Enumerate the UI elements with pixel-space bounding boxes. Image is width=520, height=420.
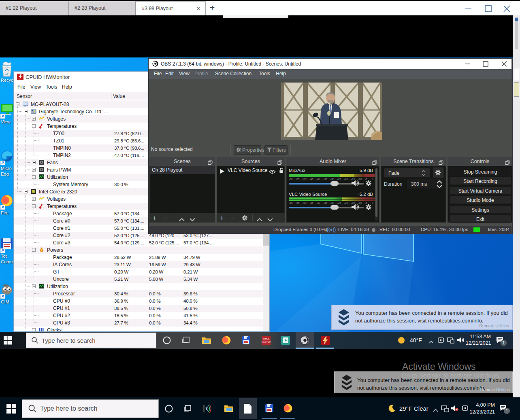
duration-spinner[interactable]: 300 ms bbox=[407, 179, 444, 189]
volume-handle[interactable] bbox=[330, 205, 339, 210]
weather-sun-icon[interactable] bbox=[398, 337, 405, 346]
obs-menu-scene-collection[interactable]: Scene Collection bbox=[215, 71, 251, 76]
taskbar-app-audiowave[interactable] bbox=[202, 404, 211, 415]
hwm-row[interactable]: GT0.20 W0.20 W0.21 W bbox=[14, 268, 263, 276]
transition-select[interactable]: Fade bbox=[384, 168, 430, 178]
obs-window-controls[interactable] bbox=[463, 60, 511, 68]
controls-start-recording-button[interactable]: Start Recording bbox=[450, 177, 511, 185]
new-tab-button[interactable]: + bbox=[210, 3, 220, 13]
tray-chevron-icon[interactable] bbox=[428, 338, 434, 346]
collapse-icon[interactable] bbox=[32, 204, 36, 208]
hwm-row[interactable]: CPU #327.7 %0.0 %34.4 % bbox=[14, 319, 263, 327]
obs-menu-help[interactable]: Help bbox=[276, 71, 286, 76]
volume-handle[interactable] bbox=[330, 181, 339, 186]
desktop-icon-firefox[interactable]: Fire bbox=[0, 193, 13, 232]
add-source-icon[interactable]: + bbox=[220, 214, 224, 222]
desktop-icon-view-shortcut[interactable]: View bbox=[0, 102, 13, 141]
tray-network-icon[interactable] bbox=[447, 337, 454, 345]
taskbar-app-firefox[interactable] bbox=[283, 403, 293, 415]
remote-search-box[interactable]: Type here to search bbox=[26, 333, 156, 348]
hwm-row[interactable]: Powers bbox=[14, 246, 263, 254]
desktop-icon-microsoft-edge[interactable]: MicroEdg bbox=[0, 149, 13, 188]
properties-button[interactable]: Properties bbox=[234, 145, 261, 155]
source-props-gear-icon[interactable] bbox=[242, 215, 248, 223]
source-up-icon[interactable] bbox=[256, 216, 263, 223]
lock-icon[interactable] bbox=[279, 168, 284, 175]
hwm-menu-help[interactable]: Help bbox=[62, 84, 72, 90]
obs-dock-header-transitions[interactable]: Scene Transitions bbox=[381, 157, 446, 166]
taskbar-app-taskview[interactable] bbox=[183, 405, 192, 414]
host-search-box[interactable]: Type here to search bbox=[22, 399, 159, 418]
collapse-icon[interactable] bbox=[24, 190, 28, 193]
obs-dock-header-sources[interactable]: Sources bbox=[217, 157, 285, 166]
host-tray-remote-icon[interactable] bbox=[462, 405, 469, 413]
hwm-menu-view[interactable]: View bbox=[30, 84, 41, 90]
browser-tab-1[interactable]: #1 22 Playout bbox=[0, 1, 69, 15]
taskbar-app-cortana[interactable] bbox=[162, 336, 171, 346]
hwm-row[interactable]: Utilization bbox=[14, 283, 263, 290]
start-button[interactable] bbox=[4, 336, 12, 346]
desktop-icon-gimp[interactable]: GIM bbox=[0, 282, 13, 321]
collapse-icon[interactable] bbox=[32, 328, 36, 332]
collapse-icon[interactable] bbox=[32, 175, 36, 179]
tab-close-icon[interactable]: ✕ bbox=[196, 2, 200, 16]
taskbar-app-cortana[interactable] bbox=[164, 404, 173, 415]
hwm-row[interactable]: Processor30.4 %0.0 %39.6 % bbox=[14, 290, 263, 297]
hwm-row[interactable]: IA Cores23.11 W16.59 W29.43 W bbox=[14, 261, 263, 268]
hwm-row[interactable]: Uncore5.21 W5.08 W5.34 W bbox=[14, 276, 263, 283]
transition-gear-button[interactable] bbox=[433, 167, 444, 178]
obs-menu-tools[interactable]: Tools bbox=[259, 71, 270, 76]
hwm-column-sensor[interactable]: Sensor bbox=[17, 93, 32, 99]
host-tray-network-icon[interactable] bbox=[441, 405, 449, 414]
collapse-icon[interactable] bbox=[24, 110, 28, 113]
host-tray-clock[interactable]: 4:00 PM12/23/2021 bbox=[469, 402, 495, 416]
obs-dock-header-scenes[interactable]: Scenes bbox=[149, 157, 215, 166]
obs-dock-header-mixer[interactable]: Audio Mixer bbox=[286, 157, 379, 166]
mixer-speaker-icon[interactable] bbox=[352, 204, 360, 212]
controls-settings-button[interactable]: Settings bbox=[450, 206, 511, 214]
hwm-row[interactable]: CPU #218.5 %0.0 %41.5 % bbox=[14, 312, 263, 319]
browser-tab-2[interactable]: #2 28 Playout bbox=[69, 1, 136, 15]
hwm-menu-file[interactable]: File bbox=[17, 84, 25, 90]
source-item-label[interactable]: VLC Video Source bbox=[228, 168, 268, 173]
taskbar-app-voicemeeter[interactable]: VOICEMEETER bbox=[262, 336, 271, 346]
mixer-scrollbar-thumb[interactable] bbox=[375, 168, 377, 217]
eye-icon[interactable] bbox=[269, 168, 276, 176]
controls-studio-mode-button[interactable]: Studio Mode bbox=[450, 196, 511, 204]
browser-tab-3[interactable]: #3 98 Playout✕ bbox=[136, 1, 206, 15]
tray-clock[interactable]: 11:53 AM12/21/2021 bbox=[466, 333, 491, 346]
host-tray-speaker-muted-icon[interactable] bbox=[451, 405, 459, 413]
hwm-row[interactable]: CPU #036.9 %0.0 %40.0 % bbox=[14, 297, 263, 305]
controls-exit-button[interactable]: Exit bbox=[450, 215, 511, 223]
hwm-column-value[interactable]: Value bbox=[113, 93, 125, 99]
obs-menu-profile[interactable]: Profile bbox=[194, 71, 208, 76]
host-scrollbar[interactable] bbox=[513, 15, 520, 397]
expand-icon[interactable] bbox=[32, 197, 36, 201]
mixer-speaker-icon[interactable] bbox=[352, 180, 360, 188]
obs-dock-header-controls[interactable]: Controls bbox=[448, 157, 512, 166]
host-window-controls[interactable] bbox=[462, 4, 514, 13]
scene-item[interactable]: Ch 28 Playout bbox=[150, 166, 215, 174]
taskbar-app-floppy[interactable] bbox=[242, 336, 251, 346]
obs-menu-edit[interactable]: Edit bbox=[165, 71, 174, 76]
taskbar-app-taskview[interactable] bbox=[182, 336, 191, 346]
remove-source-icon[interactable]: − bbox=[230, 214, 234, 222]
add-scene-icon[interactable]: + bbox=[153, 214, 156, 222]
spinner-arrows-icon[interactable] bbox=[436, 180, 443, 193]
host-tray-chevron-icon[interactable] bbox=[433, 407, 439, 414]
host-scrollbar-thumb[interactable] bbox=[515, 17, 518, 49]
remove-scene-icon[interactable]: − bbox=[163, 214, 167, 222]
controls-start-virtual-camera-button[interactable]: Start Virtual Camera bbox=[450, 187, 511, 195]
expand-icon[interactable] bbox=[32, 161, 36, 164]
collapse-icon[interactable] bbox=[32, 124, 36, 128]
obs-menu-file[interactable]: File bbox=[154, 71, 162, 76]
scene-down-icon[interactable] bbox=[189, 216, 196, 223]
hwm-menu-tools[interactable]: Tools bbox=[46, 84, 57, 90]
tray-speaker-icon[interactable] bbox=[457, 337, 465, 345]
taskbar-app-explorer[interactable] bbox=[202, 336, 211, 346]
expand-icon[interactable] bbox=[32, 117, 36, 121]
taskbar-app-hwmonitor[interactable] bbox=[321, 336, 330, 346]
collapse-icon[interactable] bbox=[16, 102, 19, 106]
weather-temp[interactable]: 40°F bbox=[410, 337, 422, 344]
hwm-row[interactable]: CPU #138.5 %0.0 %50.8 % bbox=[14, 305, 263, 312]
